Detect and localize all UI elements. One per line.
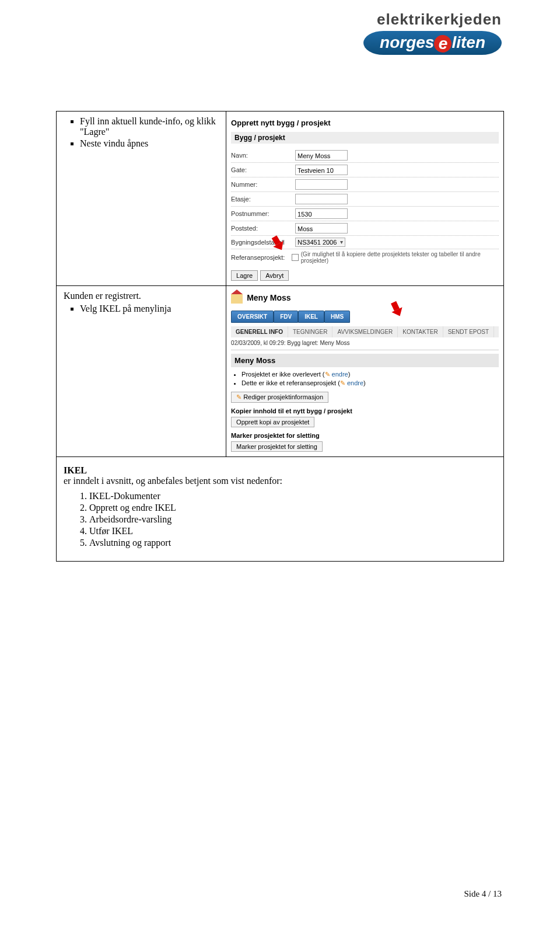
list-item: Utfør IKEL (89, 526, 496, 536)
label-nummer: Nummer: (231, 181, 295, 188)
screenshot-cell: Opprett nytt bygg / prosjekt Bygg / pros… (226, 111, 503, 285)
tab-fdv[interactable]: FDV (274, 311, 298, 323)
form-title: Opprett nytt bygg / prosjekt (231, 119, 499, 127)
screenshot-cell: Meny Moss OVERSIKT FDV IKEL HMS GENERELL… (226, 286, 503, 456)
label-gate: Gate: (231, 166, 295, 173)
lagre-button[interactable]: Lagre (231, 270, 258, 281)
edit-icon: ✎ (325, 371, 330, 378)
logo-text-top: elektrikerkjeden (363, 11, 502, 29)
subtab-sendt-epost[interactable]: SENDT EPOST (443, 326, 494, 337)
tab-oversikt[interactable]: OVERSIKT (231, 311, 274, 323)
navn-field[interactable]: Meny Moss (295, 150, 348, 161)
brand-logo: elektrikerkjeden norgeseliten (363, 11, 502, 55)
marker-sletting-button[interactable]: Marker prosjektet for sletting (231, 441, 323, 452)
referanse-note: (Gir mulighet til å kopiere dette prosje… (301, 251, 499, 264)
postnummer-field[interactable]: 1530 (295, 208, 348, 219)
house-icon (231, 294, 243, 304)
page-footer: Side 4 / 13 (464, 889, 502, 899)
avbryt-button[interactable]: Avbryt (260, 270, 289, 281)
form-section-header: Bygg / prosjekt (231, 132, 499, 144)
subtab-avviksmeldinger[interactable]: AVVIKSMELDINGER (332, 326, 398, 337)
section-title: IKEL (64, 465, 87, 475)
rediger-prosjekt-button[interactable]: ✎ Rediger prosjektinformasjon (231, 392, 328, 403)
project-heading: Meny Moss (231, 354, 499, 367)
instruction-cell: IKEL er inndelt i avsnitt, og anbefales … (57, 457, 503, 561)
list-item: Prosjektet er ikke overlevert (✎ endre) (242, 371, 499, 378)
paragraph: er inndelt i avsnitt, og anbefales betje… (64, 476, 496, 486)
edit-icon: ✎ (236, 393, 242, 400)
section-delete-heading: Marker prosjektet for sletting (231, 432, 499, 439)
list-item: Arbeidsordre-varsling (89, 514, 496, 525)
main-tabs: OVERSIKT FDV IKEL HMS (231, 311, 499, 323)
label-poststed: Poststed: (231, 225, 295, 232)
section-copy-heading: Kopier innhold til et nytt bygg / prosje… (231, 407, 499, 414)
table-row: Kunden er registrert. Velg IKEL på menyl… (57, 286, 503, 457)
list-item: Opprett og endre IKEL (89, 503, 496, 513)
label-etasje: Etasje: (231, 196, 295, 203)
instruction-cell: Fyll inn aktuell kunde-info, og klikk "L… (57, 111, 226, 285)
edit-icon: ✎ (340, 379, 345, 386)
list-item: IKEL-Dokumenter (89, 491, 496, 501)
opprett-kopi-button[interactable]: Opprett kopi av prosjektet (231, 417, 314, 427)
gate-field[interactable]: Testveien 10 (295, 165, 348, 175)
paragraph: Kunden er registrert. (64, 291, 219, 301)
subtab-kontakter[interactable]: KONTAKTER (398, 326, 443, 337)
list-item: Avslutning og rapport (89, 538, 496, 548)
endre-link[interactable]: endre (332, 371, 348, 378)
tab-ikel[interactable]: IKEL (298, 311, 324, 323)
list-item: Velg IKEL på menylinja (80, 304, 219, 314)
instruction-table: Fyll inn aktuell kunde-info, og klikk "L… (56, 111, 504, 562)
label-postnummer: Postnummer: (231, 210, 295, 217)
project-title: Meny Moss (247, 293, 290, 302)
list-item: Neste vindu åpnes (80, 138, 219, 149)
subtab-tegninger[interactable]: TEGNINGER (288, 326, 332, 337)
referanse-checkbox[interactable] (292, 254, 298, 261)
endre-link[interactable]: endre (347, 379, 363, 386)
label-navn: Navn: (231, 152, 295, 159)
logo-e-icon: e (434, 35, 452, 53)
nummer-field[interactable] (295, 179, 348, 190)
delstabell-select[interactable]: NS3451 2006 (295, 238, 345, 247)
instruction-cell: Kunden er registrert. Velg IKEL på menyl… (57, 286, 226, 456)
status-line: 02/03/2009, kl 09:29: Bygg lagret: Meny … (231, 337, 499, 350)
etasje-field[interactable] (295, 194, 348, 204)
list-item: Dette er ikke et referanseprosjekt (✎ en… (242, 379, 499, 387)
list-item: Fyll inn aktuell kunde-info, og klikk "L… (80, 116, 219, 137)
logo-text-bottom: norgeseliten (363, 31, 502, 55)
label-referanse: Referanseprosjekt: (231, 254, 292, 261)
poststed-field[interactable]: Moss (295, 223, 348, 234)
table-row: Fyll inn aktuell kunde-info, og klikk "L… (57, 111, 503, 286)
table-row: IKEL er inndelt i avsnitt, og anbefales … (57, 457, 503, 561)
tab-hms[interactable]: HMS (324, 311, 350, 323)
subtab-generell-info[interactable]: GENERELL INFO (231, 326, 288, 337)
sub-tabs: GENERELL INFO TEGNINGER AVVIKSMELDINGER … (231, 326, 499, 337)
